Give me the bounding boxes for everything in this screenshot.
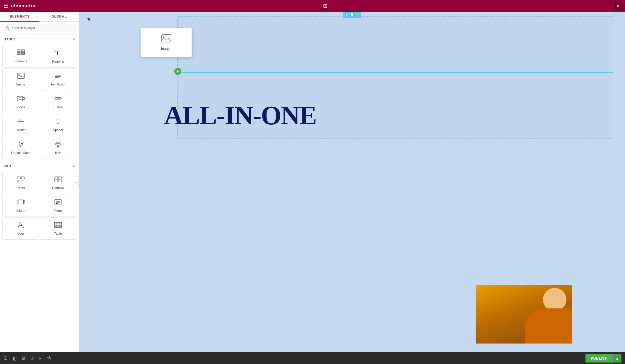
svg-rect-2 <box>17 53 20 54</box>
photo-container <box>476 285 572 344</box>
widget-columns-label: Columns <box>14 59 27 63</box>
svg-rect-27 <box>21 177 24 179</box>
slides-icon <box>17 199 25 207</box>
widget-spacer-label: Spacer <box>53 128 63 132</box>
svg-rect-13 <box>17 96 23 101</box>
columns-icon <box>17 49 25 58</box>
widget-button[interactable]: Button <box>40 91 77 113</box>
settings-icon[interactable]: ⚙ <box>21 356 25 361</box>
widget-icon-label: Icon <box>55 151 61 154</box>
top-bar: ☰ elementor ⊞ × <box>0 0 625 12</box>
widgets-grid-basic: Columns T Heading <box>0 44 79 160</box>
widget-user[interactable]: User <box>2 217 39 240</box>
svg-point-17 <box>60 98 61 99</box>
widget-heading[interactable]: T Heading <box>40 45 77 68</box>
sidebar: ELEMENTS GLOBAL 🔍 BASIC ∨ <box>0 12 79 352</box>
svg-rect-1 <box>17 51 20 53</box>
widget-form-label: Form <box>54 209 62 212</box>
main-area: ELEMENTS GLOBAL 🔍 BASIC ∨ <box>0 12 625 352</box>
section-header-pro[interactable]: PRO ∨ <box>0 162 79 171</box>
top-bar-center: ⊞ <box>323 3 327 9</box>
widget-video[interactable]: Video <box>2 91 39 113</box>
elementor-logo: elementor <box>11 3 36 8</box>
svg-rect-7 <box>17 73 24 78</box>
widget-divider[interactable]: Divider <box>2 114 39 136</box>
bottom-toolbar: ☰ ◧ ⚙ ↺ ⊡ 👁 PUBLISH ▲ <box>0 352 625 364</box>
svg-point-41 <box>20 223 22 225</box>
widget-button-label: Button <box>53 105 63 109</box>
svg-rect-5 <box>21 53 25 54</box>
widget-user-label: User <box>17 232 24 235</box>
all-in-one-heading: ALL-IN-ONE <box>164 102 622 129</box>
icon-widget-icon <box>54 141 62 149</box>
tab-global[interactable]: GLOBAL <box>40 12 79 21</box>
svg-rect-30 <box>54 177 58 179</box>
grid-icon[interactable]: ⊞ <box>323 3 327 9</box>
user-icon <box>17 222 25 230</box>
widget-posts[interactable]: Posts <box>2 172 39 194</box>
bottom-left: ☰ ◧ ⚙ ↺ ⊡ 👁 <box>4 356 52 361</box>
widget-google-maps[interactable]: Google Maps <box>2 137 39 159</box>
preview-icon[interactable]: 👁 <box>47 356 52 361</box>
widget-table[interactable]: Table <box>40 217 77 240</box>
widget-table-label: Table <box>54 232 62 235</box>
svg-rect-31 <box>58 177 62 179</box>
widget-video-label: Video <box>17 105 25 109</box>
widget-image-label: Image <box>16 83 25 86</box>
svg-point-21 <box>20 143 21 144</box>
hamburger-bottom-icon[interactable]: ☰ <box>4 356 8 361</box>
spacer-icon <box>54 118 62 126</box>
widget-spacer[interactable]: Spacer <box>40 114 77 136</box>
svg-rect-48 <box>162 35 171 42</box>
tab-elements[interactable]: ELEMENTS <box>0 12 40 22</box>
svg-text:T: T <box>55 50 59 56</box>
svg-rect-3 <box>21 50 25 51</box>
svg-rect-0 <box>17 50 20 51</box>
widgets-grid-pro: Posts Portfolio <box>0 171 79 241</box>
svg-rect-4 <box>21 51 25 53</box>
form-icon <box>54 199 62 207</box>
heading-icon: T <box>54 49 62 58</box>
add-element-button[interactable]: + <box>174 68 181 75</box>
svg-rect-23 <box>17 177 21 179</box>
canvas-area: * + ⠿ × Image + ALL-IN-ONE <box>79 12 625 352</box>
history-icon[interactable]: ↺ <box>30 356 34 361</box>
search-bar: 🔍 <box>0 22 79 35</box>
widget-text-editor[interactable]: Text Editor <box>40 68 77 90</box>
svg-rect-33 <box>58 180 62 182</box>
widget-heading-label: Heading <box>52 60 64 63</box>
search-input[interactable] <box>3 24 76 32</box>
image-icon <box>17 73 25 81</box>
hamburger-icon[interactable]: ☰ <box>4 3 8 9</box>
text-editor-icon <box>54 73 62 81</box>
sidebar-tabs: ELEMENTS GLOBAL <box>0 12 79 22</box>
widget-form[interactable]: Form <box>40 195 77 217</box>
section-header-basic[interactable]: BASIC ∨ <box>0 35 79 44</box>
widget-slides[interactable]: Slides <box>2 195 39 217</box>
layers-icon[interactable]: ◧ <box>12 356 17 361</box>
widget-columns[interactable]: Columns <box>2 45 39 68</box>
portfolio-icon <box>54 176 62 184</box>
widget-text-editor-label: Text Editor <box>50 83 66 86</box>
table-icon <box>54 222 62 230</box>
svg-point-14 <box>19 98 21 100</box>
bottom-right: PUBLISH ▲ <box>585 354 621 363</box>
section-pro-label: PRO <box>4 164 11 168</box>
widget-portfolio-label: Portfolio <box>52 186 64 190</box>
sidebar-collapse-handle[interactable]: ‹ <box>75 176 79 188</box>
top-bar-left: ☰ elementor <box>4 3 36 9</box>
drag-widget-label: Image <box>161 47 171 51</box>
publish-button[interactable]: PUBLISH <box>585 354 613 363</box>
photo-placeholder <box>476 285 572 344</box>
drop-line <box>177 72 613 73</box>
responsive-icon[interactable]: ⊡ <box>39 356 42 361</box>
photo-person <box>476 285 572 344</box>
widget-icon[interactable]: Icon <box>40 137 77 159</box>
svg-rect-40 <box>56 203 58 204</box>
close-button[interactable]: × <box>614 2 621 9</box>
video-icon <box>17 95 25 104</box>
widget-image[interactable]: Image <box>2 68 39 90</box>
widget-portfolio[interactable]: Portfolio <box>40 172 77 194</box>
sidebar-content: BASIC ∨ Colu <box>0 35 79 352</box>
publish-dropdown-button[interactable]: ▲ <box>613 354 621 363</box>
